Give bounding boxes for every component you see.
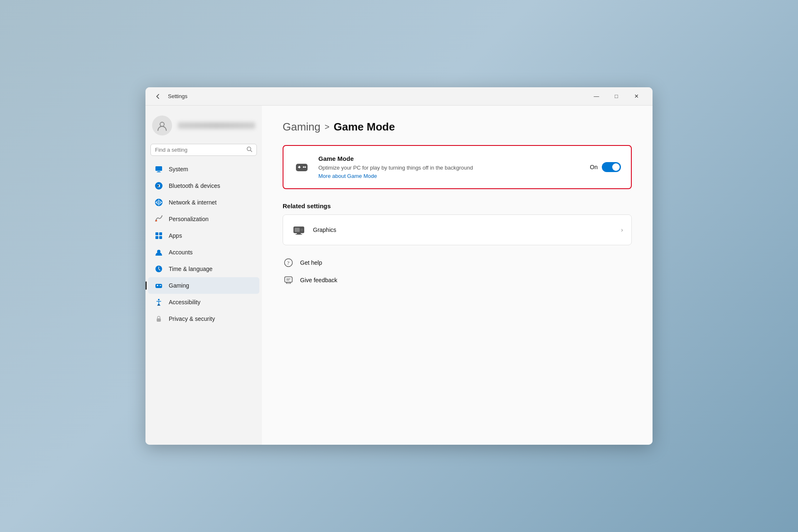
main-content: Gaming > Game Mode Game Mode [262, 106, 653, 445]
titlebar: Settings — □ ✕ [145, 87, 653, 106]
breadcrumb-parent: Gaming [283, 121, 320, 133]
svg-rect-3 [158, 171, 160, 172]
search-input[interactable] [155, 147, 243, 153]
sidebar-item-accounts[interactable]: Accounts [148, 244, 259, 261]
related-settings-section: Related settings Graphics [283, 202, 632, 245]
close-button[interactable]: ✕ [627, 90, 646, 103]
svg-point-30 [300, 229, 303, 231]
game-mode-more-link[interactable]: More about Game Mode [318, 173, 581, 179]
game-mode-toggle[interactable] [602, 162, 621, 172]
bluetooth-icon [155, 182, 163, 190]
give-feedback-icon [283, 274, 294, 286]
user-profile [145, 109, 262, 144]
system-icon [155, 165, 163, 173]
svg-rect-32 [296, 234, 302, 235]
sidebar: System Bluetooth & devices Network & int… [145, 106, 262, 445]
window-title: Settings [168, 93, 587, 99]
get-help-item[interactable]: ? Get help [283, 257, 632, 268]
svg-point-21 [158, 299, 160, 300]
svg-point-26 [303, 166, 305, 168]
sidebar-item-time[interactable]: Time & language [148, 261, 259, 277]
sidebar-item-network[interactable]: Network & internet [148, 194, 259, 211]
give-feedback-label: Give feedback [300, 277, 337, 283]
username-display [178, 122, 255, 129]
svg-rect-35 [285, 277, 292, 282]
sidebar-item-accessibility[interactable]: Accessibility [148, 294, 259, 310]
toggle-area: On [590, 162, 621, 172]
get-help-icon: ? [283, 257, 294, 268]
search-icon [246, 146, 252, 153]
svg-rect-31 [297, 233, 301, 234]
svg-text:?: ? [287, 260, 290, 266]
sidebar-item-label-system: System [169, 166, 188, 172]
breadcrumb: Gaming > Game Mode [283, 121, 632, 133]
sidebar-item-label-personalization: Personalization [169, 216, 209, 222]
sidebar-item-label-bluetooth: Bluetooth & devices [169, 182, 220, 189]
svg-point-20 [160, 285, 161, 286]
sidebar-item-apps[interactable]: Apps [148, 227, 259, 244]
personalization-icon [155, 215, 163, 223]
minimize-button[interactable]: — [587, 90, 606, 103]
game-mode-card: Game Mode Optimize your PC for play by t… [283, 145, 632, 189]
time-icon [155, 265, 163, 273]
sidebar-item-label-accessibility: Accessibility [169, 299, 200, 305]
svg-rect-22 [157, 318, 161, 322]
related-settings-title: Related settings [283, 202, 632, 209]
sidebar-item-privacy[interactable]: Privacy & security [148, 310, 259, 327]
graphics-icon [291, 222, 306, 237]
game-mode-text: Game Mode Optimize your PC for play by t… [318, 155, 581, 179]
svg-rect-29 [295, 228, 300, 232]
svg-rect-12 [155, 236, 158, 239]
sidebar-item-label-gaming: Gaming [169, 282, 189, 289]
settings-window: Settings — □ ✕ [145, 87, 653, 445]
chevron-right-icon: › [621, 227, 623, 233]
gaming-icon [155, 281, 163, 290]
graphics-label: Graphics [313, 227, 614, 233]
accounts-icon [155, 248, 163, 256]
sidebar-item-personalization[interactable]: Personalization [148, 211, 259, 227]
svg-rect-13 [159, 236, 162, 239]
avatar [152, 116, 172, 135]
window-controls: — □ ✕ [587, 90, 646, 103]
sidebar-item-gaming[interactable]: Gaming [148, 277, 259, 294]
give-feedback-item[interactable]: Give feedback [283, 274, 632, 286]
sidebar-item-label-network: Network & internet [169, 199, 217, 206]
game-mode-icon [293, 159, 310, 175]
svg-rect-11 [159, 232, 162, 235]
game-mode-description: Optimize your PC for play by turning thi… [318, 164, 581, 172]
sidebar-item-label-accounts: Accounts [169, 249, 193, 256]
game-mode-title: Game Mode [318, 155, 581, 162]
get-help-label: Get help [300, 259, 322, 266]
svg-rect-10 [155, 232, 158, 235]
svg-point-19 [160, 285, 160, 286]
svg-point-9 [155, 220, 157, 222]
svg-rect-16 [155, 284, 162, 288]
apps-icon [155, 232, 163, 240]
sidebar-item-label-apps: Apps [169, 232, 182, 239]
sidebar-item-label-time: Time & language [169, 266, 212, 272]
sidebar-item-system[interactable]: System [148, 161, 259, 177]
svg-rect-18 [157, 285, 158, 286]
search-box[interactable] [150, 144, 257, 156]
svg-rect-25 [299, 166, 300, 168]
related-settings-card: Graphics › [283, 214, 632, 245]
help-section: ? Get help Give feedback [283, 257, 632, 286]
graphics-item[interactable]: Graphics › [283, 215, 631, 245]
maximize-button[interactable]: □ [607, 90, 626, 103]
content-area: System Bluetooth & devices Network & int… [145, 106, 653, 445]
svg-rect-2 [155, 166, 162, 171]
privacy-icon [155, 315, 163, 323]
network-icon [155, 198, 163, 207]
sidebar-item-bluetooth[interactable]: Bluetooth & devices [148, 177, 259, 194]
svg-point-0 [160, 122, 164, 126]
svg-point-27 [305, 166, 306, 168]
back-button[interactable] [152, 91, 164, 102]
breadcrumb-separator: > [325, 122, 330, 132]
sidebar-item-label-privacy: Privacy & security [169, 315, 215, 322]
svg-rect-4 [157, 172, 161, 172]
breadcrumb-current: Game Mode [334, 121, 395, 133]
accessibility-icon [155, 298, 163, 306]
toggle-label: On [590, 164, 598, 170]
